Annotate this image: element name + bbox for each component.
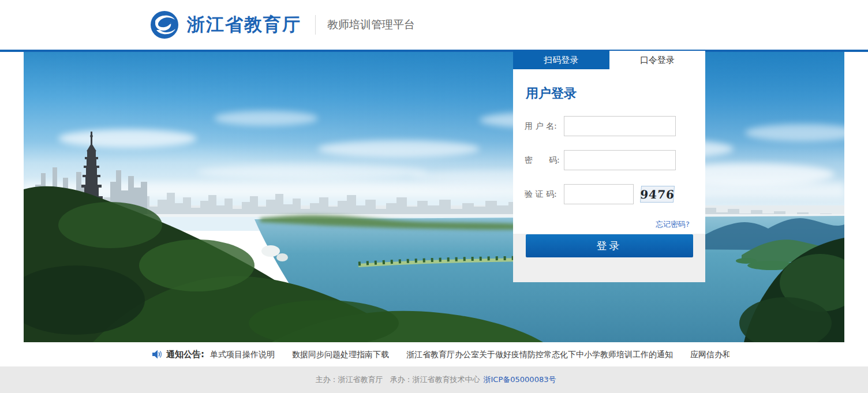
forgot-password-link[interactable]: 忘记密码? bbox=[656, 220, 690, 229]
captcha-image[interactable]: 9476 bbox=[640, 186, 675, 203]
hero-section: 扫码登录 口令登录 用户登录 用 户 名: 密 码: 验 证 码: 9476 bbox=[0, 52, 868, 342]
notice-links: 单式项目操作说明数据同步问题处理指南下载浙江省教育厅办公室关于做好疫情防控常态化… bbox=[210, 342, 729, 366]
login-panel: 扫码登录 口令登录 用户登录 用 户 名: 密 码: 验 证 码: 9476 bbox=[513, 51, 705, 282]
password-input[interactable] bbox=[564, 150, 676, 170]
footer-organizer: 承办：浙江省教育技术中心 bbox=[390, 375, 480, 385]
username-input[interactable] bbox=[564, 116, 676, 136]
header: 浙江省教育厅 教师培训管理平台 bbox=[0, 0, 868, 52]
header-brand: 浙江省教育厅 教师培训管理平台 bbox=[149, 0, 415, 50]
platform-name: 教师培训管理平台 bbox=[327, 17, 415, 32]
login-page: 浙江省教育厅 教师培训管理平台 bbox=[0, 0, 868, 393]
notice-link[interactable]: 数据同步问题处理指南下载 bbox=[292, 350, 389, 359]
org-name: 浙江省教育厅 bbox=[187, 13, 301, 37]
captcha-row: 验 证 码: 9476 bbox=[513, 184, 705, 204]
zhejiang-education-logo-icon bbox=[149, 9, 180, 40]
login-tabs: 扫码登录 口令登录 bbox=[513, 51, 705, 69]
notice-label: 通知公告: bbox=[166, 342, 204, 366]
tab-scan-login[interactable]: 扫码登录 bbox=[513, 51, 609, 69]
password-row: 密 码: bbox=[513, 150, 705, 170]
tab-password-login[interactable]: 口令登录 bbox=[609, 51, 706, 69]
hero-image-west-lake bbox=[24, 52, 844, 342]
login-form: 用 户 名: 密 码: 验 证 码: 9476 忘记密码? bbox=[513, 116, 705, 230]
username-row: 用 户 名: bbox=[513, 116, 705, 136]
password-label: 密 码: bbox=[525, 155, 564, 166]
notice-link[interactable]: 应网信办和公安厅的要求，需要升级 bbox=[690, 350, 729, 359]
notice-link[interactable]: 浙江省教育厅办公室关于做好疫情防控常态化下中小学教师培训工作的通知 bbox=[406, 350, 673, 359]
username-label: 用 户 名: bbox=[525, 121, 564, 132]
captcha-input[interactable] bbox=[564, 184, 634, 204]
login-title: 用户登录 bbox=[526, 85, 705, 102]
footer: 主办：浙江省教育厅 承办：浙江省教育技术中心 浙ICP备05000083号 bbox=[0, 366, 868, 393]
notice-inner: 通知公告: 单式项目操作说明数据同步问题处理指南下载浙江省教育厅办公室关于做好疫… bbox=[152, 342, 729, 366]
captcha-label: 验 证 码: bbox=[525, 189, 564, 200]
footer-host: 主办：浙江省教育厅 bbox=[316, 375, 383, 385]
login-button[interactable]: 登录 bbox=[526, 234, 693, 257]
login-panel-footer: 登录 bbox=[513, 234, 705, 282]
hero-illustration bbox=[24, 52, 844, 342]
speaker-icon bbox=[152, 350, 162, 359]
notice-link[interactable]: 单式项目操作说明 bbox=[210, 350, 275, 359]
notice-bar: 通知公告: 单式项目操作说明数据同步问题处理指南下载浙江省教育厅办公室关于做好疫… bbox=[0, 342, 868, 366]
forgot-row: 忘记密码? bbox=[513, 218, 705, 230]
header-divider bbox=[315, 15, 316, 35]
icp-link[interactable]: 浙ICP备05000083号 bbox=[484, 375, 556, 385]
